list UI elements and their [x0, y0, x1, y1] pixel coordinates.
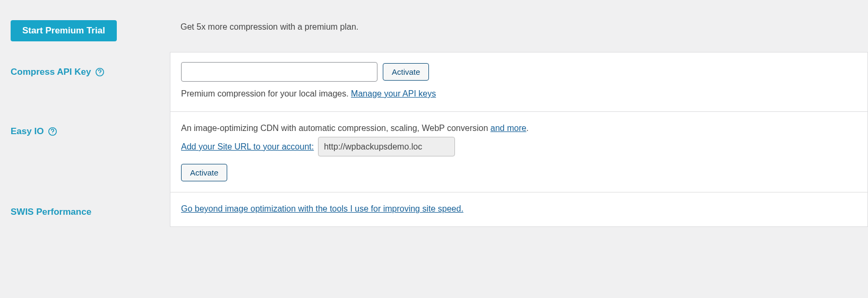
- api-key-input[interactable]: [181, 62, 377, 82]
- easy-io-label: Easy IO: [11, 126, 44, 137]
- api-key-label-cell: Compress API Key: [0, 52, 170, 88]
- easy-io-and-more-link[interactable]: and more: [491, 124, 527, 133]
- api-key-activate-button[interactable]: Activate: [383, 63, 429, 81]
- premium-description: Get 5x more compression with a premium p…: [181, 22, 358, 31]
- row-swis: SWIS Performance Go beyond image optimiz…: [0, 192, 868, 228]
- easy-io-url-line: Add your Site URL to your account:: [181, 137, 857, 156]
- site-url-display[interactable]: [318, 137, 455, 156]
- row-premium: Start Premium Trial Get 5x more compress…: [0, 0, 868, 52]
- settings-table: Start Premium Trial Get 5x more compress…: [0, 0, 868, 228]
- api-key-label: Compress API Key: [11, 67, 91, 77]
- api-key-desc-text: Premium compression for your local image…: [181, 89, 351, 98]
- premium-description-cell: Get 5x more compression with a premium p…: [170, 0, 868, 50]
- api-key-input-line: Activate: [181, 62, 857, 82]
- easy-io-content: An image-optimizing CDN with automatic c…: [170, 111, 868, 192]
- help-icon[interactable]: [95, 67, 105, 77]
- api-key-description: Premium compression for your local image…: [181, 87, 857, 101]
- easy-io-desc-text: An image-optimizing CDN with automatic c…: [181, 124, 491, 133]
- premium-button-cell: Start Premium Trial: [0, 0, 170, 52]
- swis-link[interactable]: Go beyond image optimization with the to…: [181, 204, 463, 213]
- svg-point-3: [53, 133, 53, 134]
- add-site-url-link[interactable]: Add your Site URL to your account:: [181, 140, 314, 154]
- easy-io-period: .: [526, 124, 528, 133]
- easy-io-desc: An image-optimizing CDN with automatic c…: [181, 121, 857, 135]
- easy-io-activate-button[interactable]: Activate: [181, 164, 227, 181]
- swis-label-cell: SWIS Performance: [0, 192, 170, 228]
- start-premium-trial-button[interactable]: Start Premium Trial: [11, 20, 117, 41]
- row-api-key: Compress API Key Activate Premium compre…: [0, 52, 868, 111]
- svg-point-1: [100, 74, 100, 75]
- easy-io-label-cell: Easy IO: [0, 111, 170, 147]
- swis-content: Go beyond image optimization with the to…: [170, 192, 868, 227]
- manage-api-keys-link[interactable]: Manage your API keys: [351, 89, 436, 98]
- swis-label: SWIS Performance: [11, 207, 91, 217]
- row-easy-io: Easy IO An image-optimizing CDN with aut…: [0, 111, 868, 192]
- help-icon[interactable]: [48, 127, 57, 136]
- api-key-content: Activate Premium compression for your lo…: [170, 52, 868, 111]
